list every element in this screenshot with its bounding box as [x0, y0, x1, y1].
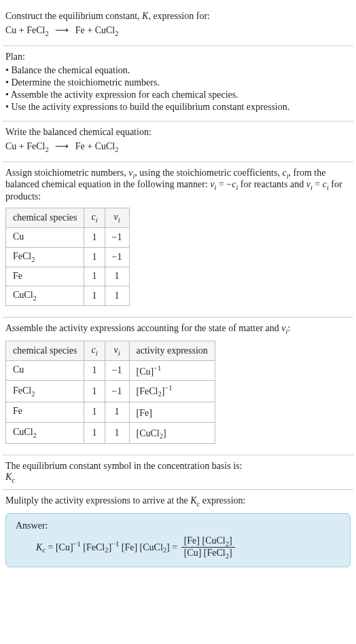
- sp: FeCl: [13, 385, 31, 396]
- cell-ae: [Cu]−1: [129, 360, 215, 381]
- sp-sub: 2: [33, 295, 37, 302]
- plan-item: Use the activity expressions to build th…: [5, 102, 351, 113]
- kc-symbol: Kc: [5, 472, 351, 484]
- cell-species: Fe: [6, 267, 84, 286]
- sp: Cu: [13, 364, 24, 375]
- n1: [Fe]: [184, 535, 200, 546]
- col-nui: νi: [105, 341, 129, 360]
- table-row: CuCl2 1 1 [CuCl2]: [6, 422, 215, 443]
- species-fe: Fe: [75, 25, 85, 35]
- final-t1: Mulitply the activity expressions to arr…: [5, 495, 190, 506]
- ae-post: ]: [163, 428, 166, 438]
- intro-section: Construct the equilibrium constant, K, e…: [3, 5, 353, 46]
- cell-species: CuCl2: [6, 286, 84, 306]
- ae: [Cu]: [137, 366, 154, 376]
- balanced-equation: Cu + FeCl2 ⟶ Fe + CuCl2: [5, 140, 351, 153]
- cell-c: 1: [84, 360, 105, 381]
- sp: FeCl: [13, 251, 31, 261]
- answer-label: Answer:: [16, 520, 340, 531]
- plan-item: Determine the stoichiometric numbers.: [5, 77, 351, 88]
- ae-pre: [FeCl: [137, 386, 158, 396]
- sp-sub: 2: [31, 256, 35, 263]
- sp: Fe: [13, 271, 22, 281]
- denominator: [Cu] [FeCl2]: [181, 548, 235, 560]
- cell-species: Cu: [6, 227, 84, 247]
- col-ae: activity expression: [129, 341, 215, 360]
- t2-pre: [FeCl: [83, 542, 105, 552]
- final-text: Mulitply the activity expressions to arr…: [5, 495, 351, 508]
- d2p: [FeCl: [204, 548, 226, 558]
- eq2m: =: [313, 179, 323, 189]
- prompt-cont: , expression for:: [148, 11, 210, 21]
- cell-nu: −1: [105, 381, 129, 402]
- table-header-row: chemical species ci νi: [6, 208, 130, 228]
- sp: CuCl: [13, 427, 33, 437]
- cell-nu: 1: [105, 286, 129, 306]
- final-K: K: [190, 495, 196, 506]
- n2p: [CuCl: [202, 535, 225, 546]
- ae-sup: −1: [154, 364, 161, 372]
- cell-species: Fe: [6, 402, 84, 422]
- stoich-section: Assign stoichiometric numbers, νi, using…: [3, 162, 353, 318]
- final-t2: expression:: [200, 495, 245, 506]
- fraction: [Fe] [CuCl2][Cu] [FeCl2]: [181, 535, 235, 561]
- species-cucl2-a: CuCl: [95, 141, 115, 151]
- species-fecl2-sub: 2: [45, 146, 48, 153]
- activity-text: Assemble the activity expressions accoun…: [5, 323, 351, 335]
- plus: +: [16, 141, 26, 151]
- cell-nu: −1: [105, 227, 129, 247]
- stoich-table: chemical species ci νi Cu 1 −1 FeCl2 1 −…: [5, 208, 130, 306]
- cell-species: CuCl2: [6, 422, 84, 443]
- t1: [Cu]: [56, 542, 73, 552]
- table-row: Fe 1 1: [6, 267, 130, 286]
- plus: +: [16, 25, 26, 35]
- species-cucl2-sub: 2: [115, 146, 118, 153]
- n2o: ]: [229, 535, 232, 546]
- kc-symbol-section: The equilibrium constant symbol in the c…: [3, 455, 353, 490]
- cell-species: FeCl2: [6, 247, 84, 267]
- ci-sub: i: [96, 216, 98, 224]
- col-species: chemical species: [6, 208, 84, 228]
- sp: Cu: [13, 231, 24, 242]
- final-section: Mulitply the activity expressions to arr…: [3, 490, 353, 578]
- species-cu: Cu: [5, 25, 16, 35]
- plan-item: Assemble the activity expression for eac…: [5, 90, 351, 100]
- species-cu: Cu: [5, 141, 16, 151]
- col-nui: νi: [105, 208, 129, 228]
- cell-nu: 1: [105, 267, 129, 286]
- ci-sub: i: [96, 349, 98, 357]
- stoich-t4: for reactants and: [238, 179, 306, 189]
- kc-symbol-text: The equilibrium constant symbol in the c…: [5, 461, 351, 472]
- activity-table: chemical species ci νi activity expressi…: [5, 341, 215, 444]
- K-sub: c: [12, 476, 15, 484]
- ae-sup: −1: [164, 384, 172, 392]
- eq: =: [46, 542, 56, 552]
- eq1m: = −: [216, 179, 232, 189]
- sp-sub: 2: [33, 432, 37, 439]
- table-row: Cu 1 −1: [6, 227, 130, 247]
- activity-section: Assemble the activity expressions accoun…: [3, 318, 353, 455]
- cell-species: Cu: [6, 360, 84, 381]
- col-ci: ci: [84, 341, 105, 360]
- act-t1: Assemble the activity expressions accoun…: [5, 323, 281, 333]
- t3: [Fe]: [122, 542, 137, 552]
- plus2: +: [85, 25, 95, 35]
- table-header-row: chemical species ci νi activity expressi…: [6, 341, 215, 360]
- species-fecl2-a: FeCl: [26, 25, 45, 35]
- plan-list: Balance the chemical equation. Determine…: [5, 65, 351, 113]
- species-cucl2-a: CuCl: [95, 25, 115, 35]
- t2-sup: −1: [111, 539, 119, 547]
- sp-sub: 2: [31, 390, 35, 398]
- species-fe: Fe: [75, 141, 85, 151]
- cell-ae: [Fe]: [129, 402, 215, 422]
- cell-nu: 1: [105, 422, 129, 443]
- d1: [Cu]: [184, 548, 202, 558]
- t1-sup: −1: [73, 539, 81, 547]
- intro-prompt: Construct the equilibrium constant, K, e…: [5, 11, 351, 22]
- table-row: Cu 1 −1 [Cu]−1: [6, 360, 215, 381]
- plan-title: Plan:: [5, 52, 351, 62]
- stoich-text: Assign stoichiometric numbers, νi, using…: [5, 168, 351, 203]
- cell-c: 1: [84, 286, 105, 306]
- col-species: chemical species: [6, 341, 84, 360]
- cell-species: FeCl2: [6, 381, 84, 402]
